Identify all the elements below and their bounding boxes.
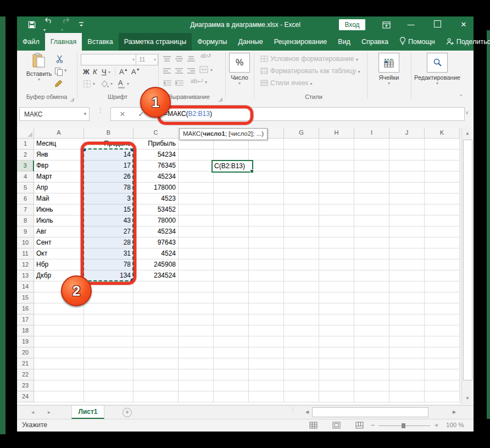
- grid-cell-I22[interactable]: [354, 369, 389, 380]
- grid-cell-K23[interactable]: [425, 380, 460, 391]
- grid-cell-J20[interactable]: [389, 347, 425, 358]
- grid-cell-B16[interactable]: [84, 303, 133, 314]
- grid-cell-J11[interactable]: [389, 248, 425, 259]
- column-header-K[interactable]: K: [425, 128, 460, 139]
- grid-cell-G23[interactable]: [284, 380, 319, 391]
- column-header-G[interactable]: G: [284, 128, 319, 139]
- grid-cell-D21[interactable]: [179, 358, 214, 369]
- grid-cell-H14[interactable]: [319, 281, 354, 292]
- grid-cell-E14[interactable]: [214, 281, 249, 292]
- grid-cell-C16[interactable]: [133, 303, 179, 314]
- row-header-23[interactable]: 23: [17, 380, 34, 391]
- sign-in-button[interactable]: Вход: [339, 19, 365, 30]
- grid-cell-J2[interactable]: [389, 150, 425, 161]
- paste-button[interactable]: Вставить ▾: [24, 53, 54, 82]
- grid-cell-H10[interactable]: [319, 237, 354, 248]
- row-header-6[interactable]: 6: [17, 193, 34, 204]
- grow-font-button[interactable]: А▲: [119, 68, 128, 76]
- grid-cell-E18[interactable]: [214, 325, 249, 336]
- grid-cell-H20[interactable]: [319, 347, 354, 358]
- grid-cell-K11[interactable]: [425, 248, 460, 259]
- row-header-11[interactable]: 11: [17, 248, 34, 259]
- collapse-ribbon-icon[interactable]: ⌃: [459, 93, 463, 99]
- grid-cell-K16[interactable]: [425, 303, 460, 314]
- grid-cell-A5[interactable]: Апр: [34, 182, 84, 193]
- grid-cell-F14[interactable]: [249, 281, 284, 292]
- grid-cell-F9[interactable]: [249, 226, 284, 237]
- grid-cell-I3[interactable]: [354, 161, 389, 172]
- grid-cell-I8[interactable]: [354, 215, 389, 226]
- grid-cell-I10[interactable]: [354, 237, 389, 248]
- grid-cell-E5[interactable]: [214, 182, 249, 193]
- tab-home[interactable]: Главная: [45, 33, 82, 51]
- grid-cell-D17[interactable]: [179, 314, 214, 325]
- grid-cell-G14[interactable]: [284, 281, 319, 292]
- grid-cell-K9[interactable]: [425, 226, 460, 237]
- grid-cell-K18[interactable]: [425, 325, 460, 336]
- add-sheet-icon[interactable]: +: [122, 408, 132, 417]
- normal-view-icon[interactable]: [309, 421, 318, 431]
- grid-cell-A2[interactable]: Янв: [34, 150, 84, 161]
- alignment-dialog-launcher-icon[interactable]: [218, 94, 224, 99]
- grid-cell-H2[interactable]: [319, 150, 354, 161]
- grid-cell-F12[interactable]: [249, 259, 284, 270]
- grid-cell-K2[interactable]: [425, 150, 460, 161]
- copy-icon[interactable]: [54, 67, 63, 78]
- grid-cell-H4[interactable]: [319, 172, 354, 182]
- grid-cell-D7[interactable]: [179, 204, 214, 215]
- grid-cell-I7[interactable]: [354, 204, 389, 215]
- grid-cell-I9[interactable]: [354, 226, 389, 237]
- grid-cell-G13[interactable]: [284, 270, 319, 281]
- grid-cell-B21[interactable]: [84, 358, 133, 369]
- grid-cell-D1[interactable]: [179, 139, 214, 150]
- grid-cell-D6[interactable]: [179, 193, 214, 204]
- grid-cell-C6[interactable]: 4523: [133, 193, 179, 204]
- minimize-button[interactable]: —: [402, 16, 420, 33]
- grid-cell-D5[interactable]: [179, 182, 214, 193]
- fill-color-caret-icon[interactable]: ▾: [110, 81, 113, 86]
- row-header-8[interactable]: 8: [17, 215, 34, 226]
- borders-caret-icon[interactable]: ▾: [93, 81, 95, 86]
- grid-cell-C1[interactable]: Прибыль: [133, 139, 179, 150]
- grid-cell-G5[interactable]: [284, 182, 319, 193]
- grid-cell-C23[interactable]: [133, 380, 179, 391]
- grid-cell-I13[interactable]: [354, 270, 389, 281]
- grid-cell-K5[interactable]: [425, 182, 460, 193]
- align-left-icon[interactable]: [163, 67, 171, 76]
- grid-cell-H16[interactable]: [319, 303, 354, 314]
- grid-cell-K7[interactable]: [425, 204, 460, 215]
- grid-cell-C4[interactable]: 45234: [133, 172, 179, 182]
- grid-cell-G3[interactable]: [284, 161, 319, 172]
- grid-cell-I1[interactable]: [354, 139, 389, 150]
- grid-cell-K20[interactable]: [425, 347, 460, 358]
- grid-cell-J16[interactable]: [389, 303, 425, 314]
- editing-button[interactable]: Редактирование ▾: [414, 53, 461, 86]
- grid-cell-D23[interactable]: [179, 380, 214, 391]
- row-header-10[interactable]: 10: [17, 237, 34, 248]
- column-header-B[interactable]: B: [84, 128, 133, 139]
- grid-cell-A10[interactable]: Сент: [34, 237, 84, 248]
- close-button[interactable]: ✕: [454, 16, 473, 33]
- grid-cell-G17[interactable]: [284, 314, 319, 325]
- grid-cell-F5[interactable]: [249, 182, 284, 193]
- vertical-scrollbar[interactable]: ▲ ▼: [461, 128, 474, 404]
- row-header-12[interactable]: 12: [17, 259, 34, 270]
- format-as-table-button[interactable]: Форматировать как таблицу ▾: [260, 67, 360, 75]
- grid-cell-J13[interactable]: [389, 270, 425, 281]
- grid-cell-H18[interactable]: [319, 325, 354, 336]
- grid-cell-D16[interactable]: [179, 303, 214, 314]
- grid-cell-C9[interactable]: 45234: [133, 226, 179, 237]
- horizontal-scrollbar[interactable]: ◀ ▶: [300, 407, 460, 417]
- grid-cell-F13[interactable]: [249, 270, 284, 281]
- font-size-combobox[interactable]: 11▾: [136, 54, 158, 65]
- formula-bar-splitter[interactable]: ⋮: [97, 109, 104, 112]
- grid-cell-H15[interactable]: [319, 292, 354, 303]
- grid-cell-K14[interactable]: [425, 281, 460, 292]
- zoom-slider-knob[interactable]: [402, 423, 405, 428]
- grid-cell-K21[interactable]: [425, 358, 460, 369]
- vertical-scroll-thumb[interactable]: [463, 140, 472, 380]
- grid-cell-E2[interactable]: [214, 150, 249, 161]
- grid-cell-E13[interactable]: [214, 270, 249, 281]
- row-header-3[interactable]: 3: [17, 161, 34, 172]
- grid-cell-I12[interactable]: [354, 259, 389, 270]
